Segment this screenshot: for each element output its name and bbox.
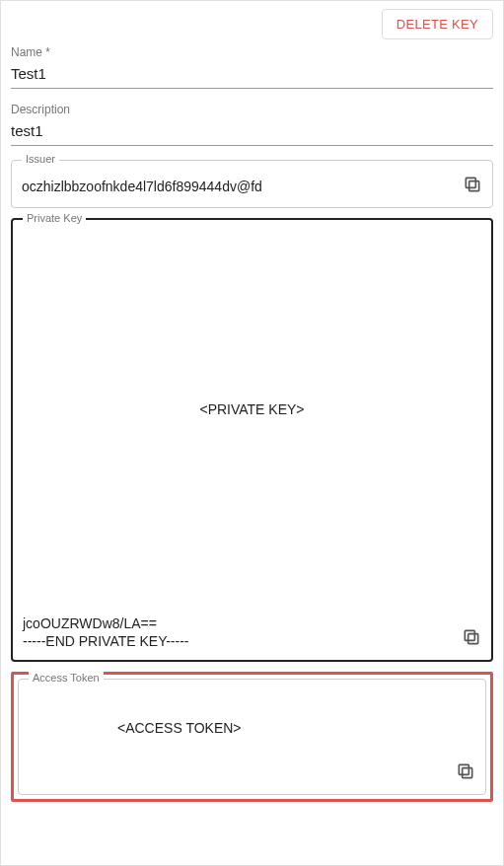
delete-key-button[interactable]: DELETE KEY: [382, 9, 493, 39]
private-key-placeholder: <PRIVATE KEY>: [23, 204, 481, 614]
svg-rect-4: [463, 768, 472, 778]
description-input[interactable]: [11, 118, 493, 146]
private-key-tail: jcoOUZRWDw8/LA== -----END PRIVATE KEY---…: [23, 614, 189, 650]
description-field: Description: [11, 103, 493, 146]
name-field: Name *: [11, 45, 493, 89]
svg-rect-0: [469, 181, 479, 191]
access-token-label: Access Token: [29, 672, 104, 684]
description-label: Description: [11, 103, 493, 116]
private-key-tail-line1: jcoOUZRWDw8/LA==: [23, 614, 189, 632]
private-key-label: Private Key: [23, 212, 86, 224]
svg-rect-1: [466, 178, 475, 187]
name-input[interactable]: [11, 61, 493, 89]
name-label: Name *: [11, 45, 493, 59]
access-token-highlight: Access Token <ACCESS TOKEN>: [11, 672, 493, 802]
access-token-box: Access Token <ACCESS TOKEN>: [18, 679, 486, 795]
svg-rect-3: [465, 630, 474, 640]
issuer-label: Issuer: [22, 153, 59, 165]
top-actions: DELETE KEY: [11, 9, 493, 39]
copy-icon[interactable]: [456, 761, 475, 784]
access-token-placeholder: <ACCESS TOKEN>: [29, 693, 475, 761]
copy-icon[interactable]: [462, 627, 481, 650]
private-key-tail-line2: -----END PRIVATE KEY-----: [23, 632, 189, 650]
copy-icon[interactable]: [463, 175, 482, 197]
private-key-box: Private Key <PRIVATE KEY> jcoOUZRWDw8/LA…: [11, 218, 493, 662]
issuer-value: oczhizlbbzoofnkde4l7ld6f899444dv@fd: [22, 179, 262, 194]
issuer-box: Issuer oczhizlbbzoofnkde4l7ld6f899444dv@…: [11, 160, 493, 208]
svg-rect-5: [459, 764, 468, 774]
svg-rect-2: [468, 634, 478, 644]
